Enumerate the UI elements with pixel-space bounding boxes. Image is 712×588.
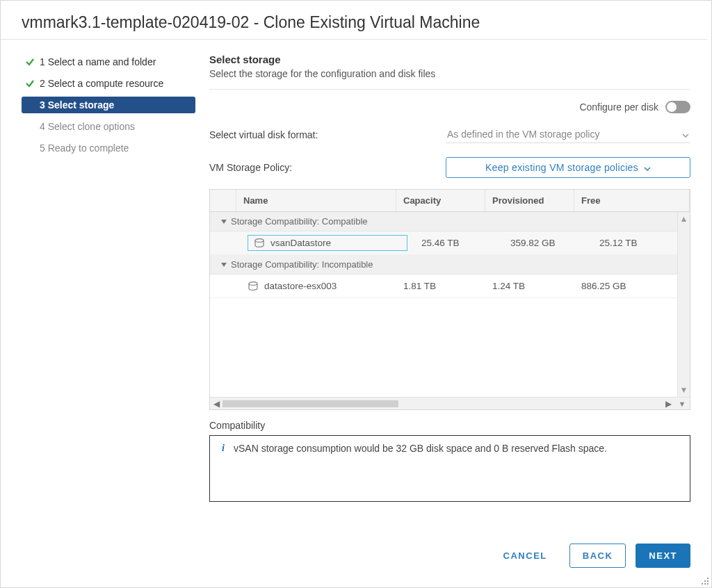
disk-format-label: Select virtual disk format: bbox=[209, 129, 446, 140]
select-storage-panel: Select storage Select the storage for th… bbox=[209, 54, 690, 530]
wizard-step-label: 2 Select a compute resource bbox=[40, 78, 163, 89]
caret-down-icon bbox=[221, 220, 227, 224]
datastore-capacity: 1.81 TB bbox=[396, 281, 485, 291]
checkmark-icon bbox=[24, 78, 35, 89]
scroll-left-icon: ◀ bbox=[210, 399, 222, 409]
datastore-free: 886.25 GB bbox=[574, 281, 690, 291]
info-icon: i bbox=[218, 443, 228, 494]
clone-vm-dialog: vmmark3.1-template-020419-02 - Clone Exi… bbox=[0, 0, 712, 588]
wizard-step-label: 5 Ready to complete bbox=[40, 142, 129, 154]
scroll-more-icon: ▼ bbox=[674, 400, 690, 408]
resize-grip-icon[interactable] bbox=[699, 575, 709, 585]
dialog-footer: CANCEL BACK NEXT bbox=[1, 530, 711, 587]
datastore-provisioned: 1.24 TB bbox=[485, 281, 574, 291]
panel-subtitle: Select the storage for the configuration… bbox=[209, 68, 690, 90]
storage-policy-label: VM Storage Policy: bbox=[209, 162, 446, 173]
configure-per-disk-toggle[interactable] bbox=[665, 101, 690, 113]
datastore-capacity: 25.46 TB bbox=[414, 238, 503, 248]
wizard-step-compute-resource[interactable]: 2 Select a compute resource bbox=[22, 75, 195, 92]
wizard-step-ready-complete[interactable]: 5 Ready to complete bbox=[22, 140, 195, 156]
scroll-thumb[interactable] bbox=[222, 400, 398, 407]
vertical-scrollbar[interactable]: ▲ ▼ bbox=[677, 212, 690, 397]
back-button[interactable]: BACK bbox=[569, 544, 626, 568]
storage-policy-value: Keep existing VM storage policies bbox=[485, 162, 638, 173]
wizard-step-select-storage[interactable]: 3 Select storage bbox=[22, 97, 195, 113]
datastore-row[interactable]: vsanDatastore 25.46 TB 359.82 GB 25.12 T… bbox=[210, 231, 690, 255]
configure-per-disk-label: Configure per disk bbox=[579, 101, 658, 113]
col-name[interactable]: Name bbox=[236, 190, 396, 211]
compatibility-box: i vSAN storage consumption would be 32 G… bbox=[209, 435, 690, 502]
disk-format-dropdown[interactable]: As defined in the VM storage policy bbox=[446, 126, 690, 143]
wizard-step-clone-options[interactable]: 4 Select clone options bbox=[22, 118, 195, 135]
compatibility-label: Compatibility bbox=[209, 420, 690, 431]
caret-down-icon bbox=[221, 263, 227, 267]
datastore-name: datastore-esx003 bbox=[264, 281, 337, 291]
group-label: Storage Compatibility: Incompatible bbox=[231, 259, 373, 270]
table-header: Name Capacity Provisioned Free bbox=[210, 190, 690, 212]
wizard-step-name-folder[interactable]: 1 Select a name and folder bbox=[22, 54, 195, 70]
group-label: Storage Compatibility: Compatible bbox=[231, 216, 368, 227]
svg-point-1 bbox=[249, 281, 257, 285]
datastore-name: vsanDatastore bbox=[270, 238, 331, 248]
group-row-incompatible[interactable]: Storage Compatibility: Incompatible bbox=[210, 255, 690, 275]
datastore-icon bbox=[248, 281, 259, 291]
chevron-down-icon bbox=[682, 129, 689, 140]
scroll-up-icon: ▲ bbox=[680, 215, 688, 223]
checkmark-icon bbox=[24, 56, 35, 67]
disk-format-value: As defined in the VM storage policy bbox=[447, 129, 599, 140]
datastore-provisioned: 359.82 GB bbox=[503, 238, 592, 248]
compatibility-message: vSAN storage consumption would be 32 GB … bbox=[234, 443, 607, 494]
horizontal-scrollbar[interactable]: ◀ ▶ ▼ bbox=[210, 397, 690, 409]
wizard-step-label: 1 Select a name and folder bbox=[40, 56, 156, 67]
wizard-steps-nav: 1 Select a name and folder 2 Select a co… bbox=[22, 54, 195, 530]
group-row-compatible[interactable]: Storage Compatibility: Compatible bbox=[210, 212, 690, 231]
panel-title: Select storage bbox=[209, 54, 690, 65]
col-free[interactable]: Free bbox=[574, 190, 690, 211]
next-button[interactable]: NEXT bbox=[636, 544, 690, 568]
col-capacity[interactable]: Capacity bbox=[396, 190, 485, 211]
svg-point-0 bbox=[255, 238, 264, 242]
dialog-title: vmmark3.1-template-020419-02 - Clone Exi… bbox=[1, 1, 707, 40]
col-provisioned[interactable]: Provisioned bbox=[485, 190, 574, 211]
wizard-step-label: 4 Select clone options bbox=[40, 121, 135, 132]
datastore-icon bbox=[254, 238, 265, 248]
scroll-down-icon: ▼ bbox=[680, 386, 688, 394]
wizard-step-label: 3 Select storage bbox=[40, 99, 114, 111]
datastore-table: Name Capacity Provisioned Free Storage C… bbox=[209, 189, 690, 410]
cancel-button[interactable]: CANCEL bbox=[491, 544, 560, 567]
datastore-row[interactable]: datastore-esx003 1.81 TB 1.24 TB 886.25 … bbox=[210, 275, 690, 298]
storage-policy-dropdown[interactable]: Keep existing VM storage policies bbox=[446, 157, 690, 178]
datastore-free: 25.12 TB bbox=[592, 238, 690, 248]
chevron-down-icon bbox=[644, 162, 651, 173]
scroll-right-icon: ▶ bbox=[662, 399, 674, 409]
